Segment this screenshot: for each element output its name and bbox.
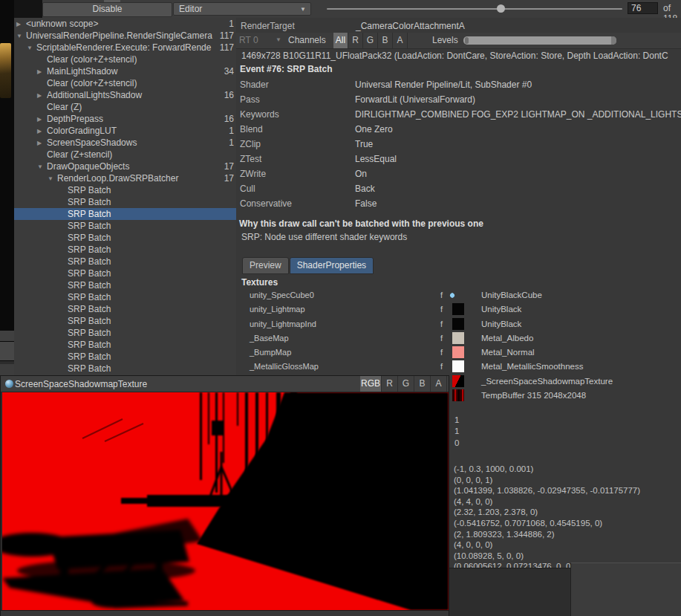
expand-arrow-icon[interactable]: ▶ bbox=[37, 68, 47, 75]
expand-arrow-icon[interactable]: ▼ bbox=[48, 175, 57, 182]
background-window-bar bbox=[0, 331, 14, 341]
preview-channel-button[interactable]: R bbox=[382, 376, 398, 392]
expand-arrow-icon[interactable]: ▼ bbox=[37, 163, 47, 170]
tree-row[interactable]: ▶ DepthPrepass 16 bbox=[14, 113, 236, 125]
tree-row-label: ColorGradingLUT bbox=[47, 126, 229, 136]
tree-row-label: SRP Batch bbox=[68, 221, 234, 231]
levels-max-handle[interactable] bbox=[611, 36, 616, 45]
tree-row[interactable]: ▼ DrawOpaqueObjects 17 bbox=[14, 161, 236, 172]
tree-row[interactable]: SRP Batch bbox=[14, 184, 236, 196]
tree-row-count: 117 bbox=[220, 30, 236, 41]
tree-row-count: 1 bbox=[229, 126, 236, 136]
tree-row[interactable]: Clear (Z) bbox=[14, 101, 236, 113]
texture-thumbnail[interactable] bbox=[452, 318, 464, 330]
event-number-input[interactable] bbox=[628, 2, 658, 14]
tree-row[interactable]: SRP Batch bbox=[14, 256, 236, 268]
tree-row-label: SRP Batch bbox=[68, 351, 234, 362]
preview-title-bar[interactable]: ScreenSpaceShadowmapTexture RGB R G B A bbox=[1, 376, 449, 392]
preview-channel-button[interactable]: G bbox=[398, 376, 414, 392]
tree-row[interactable]: Clear (Z+stencil) bbox=[14, 149, 236, 161]
channel-button[interactable]: B bbox=[378, 33, 393, 48]
tree-row[interactable]: ▼ UniversalRenderPipeline.RenderSingleCa… bbox=[14, 30, 236, 42]
channel-button[interactable]: A bbox=[393, 33, 408, 48]
tree-row[interactable]: ▼ ScriptableRenderer.Execute: ForwardRen… bbox=[14, 42, 236, 54]
channel-button[interactable]: All bbox=[333, 33, 348, 48]
texture-thumbnail[interactable] bbox=[452, 303, 464, 315]
levels-range-slider[interactable] bbox=[463, 36, 616, 45]
chevron-down-icon: ▼ bbox=[300, 3, 306, 16]
tree-row[interactable]: SRP Batch bbox=[14, 315, 236, 327]
tree-row[interactable]: SRP Batch bbox=[14, 339, 236, 351]
preview-channel-button[interactable]: A bbox=[431, 376, 447, 392]
event-slider-handle[interactable] bbox=[497, 4, 505, 13]
batch-break-title: Why this draw call can't be batched with… bbox=[239, 218, 483, 229]
shadowmap-preview-image bbox=[2, 392, 449, 610]
tree-row-label: SRP Batch bbox=[68, 363, 234, 374]
tree-row[interactable]: SRP Batch bbox=[14, 232, 236, 244]
tree-row[interactable]: SRP Batch bbox=[14, 244, 236, 256]
tree-row-label: SRP Batch bbox=[68, 256, 234, 267]
tree-row-label: RenderLoop.DrawSRPBatcher bbox=[57, 173, 224, 184]
property-row: Cull Back bbox=[240, 181, 681, 196]
rt-index-dropdown[interactable]: RT 0 ▼ bbox=[239, 34, 284, 46]
tree-row[interactable]: ▶ ColorGradingLUT 1 bbox=[14, 125, 236, 137]
expand-arrow-icon[interactable]: ▶ bbox=[37, 128, 47, 134]
expand-arrow-icon[interactable]: ▶ bbox=[16, 21, 26, 27]
tree-row[interactable]: SRP Batch bbox=[14, 220, 236, 232]
tree-row[interactable]: SRP Batch bbox=[14, 291, 236, 303]
dropdown-selected-label: Editor bbox=[179, 4, 202, 14]
texture-flag: f bbox=[440, 334, 443, 343]
tree-row[interactable]: ▶ MainLightShadow 34 bbox=[14, 65, 236, 77]
property-label: ZTest bbox=[240, 152, 261, 166]
expand-arrow-icon[interactable]: ▼ bbox=[27, 45, 36, 51]
detail-tab[interactable]: Preview bbox=[242, 257, 289, 274]
shader-state-properties: Shader Universal Render Pipeline/Lit, Su… bbox=[240, 77, 681, 211]
preview-channel-button-group: RGB R G B A bbox=[360, 376, 447, 392]
tree-row[interactable]: SRP Batch bbox=[14, 303, 236, 315]
expand-arrow-icon[interactable]: ▼ bbox=[16, 33, 26, 39]
expand-arrow-icon[interactable]: ▶ bbox=[37, 116, 47, 123]
target-selection-dropdown[interactable]: Editor ▼ bbox=[173, 2, 311, 16]
tree-row[interactable]: Clear (color+Z+stencil) bbox=[14, 54, 236, 65]
preview-channel-button[interactable]: RGB bbox=[360, 376, 382, 392]
tree-row[interactable]: SRP Batch bbox=[14, 268, 236, 279]
tree-row-label: SRP Batch bbox=[68, 340, 234, 350]
disable-button[interactable]: Disable bbox=[42, 2, 172, 17]
tree-row[interactable]: SRP Batch bbox=[14, 351, 236, 363]
texture-thumbnail[interactable] bbox=[452, 375, 464, 387]
expand-arrow-icon[interactable]: ▶ bbox=[37, 140, 47, 146]
tree-row[interactable]: ▶ <unknown scope> 1 bbox=[14, 18, 236, 30]
background-window-bar bbox=[0, 364, 14, 375]
tree-row[interactable]: ▶ AdditionalLightsShadow 16 bbox=[14, 89, 236, 101]
texture-thumbnail[interactable] bbox=[452, 332, 464, 344]
event-slider[interactable] bbox=[327, 8, 622, 10]
texture-thumbnail[interactable] bbox=[452, 346, 464, 358]
levels-min-handle[interactable] bbox=[465, 37, 469, 44]
shadowmap-render bbox=[2, 392, 449, 610]
channel-button[interactable]: G bbox=[363, 33, 378, 48]
tree-row[interactable]: SRP Batch bbox=[14, 327, 236, 339]
texture-thumbnail[interactable] bbox=[452, 360, 464, 372]
tree-row[interactable]: Clear (color+Z+stencil) bbox=[14, 77, 236, 89]
tree-row[interactable]: ▼ RenderLoop.DrawSRPBatcher 17 bbox=[14, 172, 236, 184]
tree-row-count: 16 bbox=[224, 90, 236, 100]
property-value: One Zero bbox=[355, 122, 393, 137]
property-value: On bbox=[355, 166, 367, 181]
tree-row[interactable]: SRP Batch bbox=[14, 196, 236, 208]
detail-tab[interactable]: ShaderProperties bbox=[290, 257, 374, 274]
preview-channel-button[interactable]: B bbox=[414, 376, 431, 392]
tree-row[interactable]: SRP Batch bbox=[14, 279, 236, 291]
property-label: ZClip bbox=[240, 137, 261, 152]
texture-asset-icon bbox=[5, 380, 13, 388]
rt-index-label: RT 0 bbox=[239, 35, 258, 45]
property-value: LessEqual bbox=[355, 152, 397, 166]
tree-row[interactable]: SRP Batch bbox=[14, 363, 236, 375]
property-row: Blend One Zero bbox=[240, 122, 681, 137]
tree-row[interactable]: ▶ ScreenSpaceShadows 1 bbox=[14, 137, 236, 149]
texture-thumbnail[interactable] bbox=[452, 389, 464, 401]
channel-button[interactable]: R bbox=[348, 33, 363, 48]
chevron-down-icon: ▼ bbox=[276, 34, 281, 46]
expand-arrow-icon[interactable]: ▶ bbox=[37, 92, 47, 99]
tree-row[interactable]: SRP Batch bbox=[14, 208, 236, 220]
texture-preview-window: ScreenSpaceShadowmapTexture RGB R G B A bbox=[0, 375, 449, 616]
